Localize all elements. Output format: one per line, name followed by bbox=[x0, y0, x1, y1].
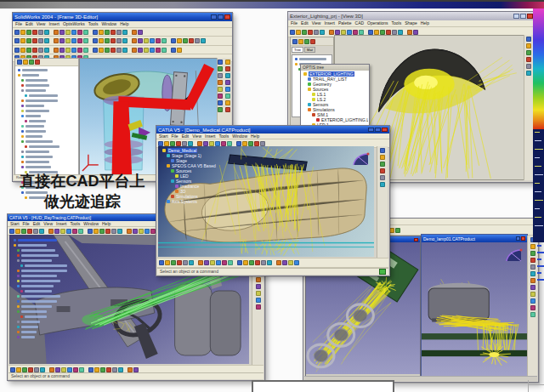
toolbar-icon[interactable] bbox=[156, 38, 161, 43]
toolbar-icon[interactable] bbox=[294, 260, 299, 265]
menu-item[interactable]: Edit bbox=[33, 221, 41, 227]
toolbar-icon[interactable] bbox=[204, 260, 209, 265]
dialog-title[interactable]: OPTIS tree bbox=[301, 65, 369, 71]
menu-item[interactable]: Tools bbox=[392, 20, 402, 26]
toolbar-icon[interactable] bbox=[218, 80, 223, 85]
toolbar-icon[interactable] bbox=[380, 168, 385, 173]
toolbar-icon[interactable] bbox=[225, 60, 230, 65]
toolbar-icon[interactable] bbox=[65, 48, 71, 53]
toolbar-icon[interactable] bbox=[530, 271, 536, 276]
toolbar-icon[interactable] bbox=[304, 39, 309, 44]
toolbar-icon[interactable] bbox=[14, 48, 20, 53]
toolbar-icon[interactable] bbox=[380, 175, 385, 180]
toolbar-icon[interactable] bbox=[395, 228, 400, 233]
toolbar-icon[interactable] bbox=[60, 48, 65, 53]
toolbar-icon[interactable] bbox=[112, 367, 117, 372]
menu-item[interactable]: Window bbox=[83, 221, 99, 227]
toolbar-icon[interactable] bbox=[530, 244, 536, 249]
menu-item[interactable]: Edit bbox=[301, 20, 309, 26]
toolbar-icon[interactable] bbox=[530, 298, 536, 304]
toolbar-icon[interactable] bbox=[122, 38, 128, 43]
toolbar-icon[interactable] bbox=[341, 30, 346, 35]
toolbar-icon[interactable] bbox=[530, 258, 536, 263]
toolbar-icon[interactable] bbox=[65, 38, 71, 43]
toolbar-icon[interactable] bbox=[530, 285, 536, 290]
toolbar-icon[interactable] bbox=[302, 30, 307, 35]
toolbar-icon[interactable] bbox=[216, 260, 221, 265]
toolbar-icon[interactable] bbox=[105, 48, 110, 53]
toolbar-icon[interactable] bbox=[29, 60, 34, 65]
toolbar-icon[interactable] bbox=[144, 229, 150, 234]
toolbar-icon[interactable] bbox=[122, 48, 128, 53]
menu-item[interactable]: Operations bbox=[367, 20, 388, 26]
toolbar-icon[interactable] bbox=[27, 229, 32, 234]
toolbar-icon[interactable] bbox=[165, 260, 170, 265]
toolbar-icon[interactable] bbox=[14, 38, 20, 43]
menu-item[interactable]: Palette bbox=[338, 20, 352, 26]
toolbar-icon[interactable] bbox=[255, 260, 260, 265]
maximize-button[interactable] bbox=[375, 128, 381, 132]
medical-title-bar[interactable]: CATIA V5 - [Demo_Medical.CATProduct] bbox=[156, 126, 389, 134]
toolbar-icon[interactable] bbox=[189, 38, 194, 43]
toolbar-icon[interactable] bbox=[209, 141, 214, 146]
toolbar-icon[interactable] bbox=[197, 141, 202, 146]
menu-item[interactable]: View bbox=[37, 21, 46, 27]
compass-icon[interactable] bbox=[502, 246, 523, 263]
menu-item[interactable]: Tools bbox=[88, 21, 99, 27]
toolbar-icon[interactable] bbox=[530, 251, 536, 256]
toolbar-icon[interactable] bbox=[106, 367, 111, 372]
menu-item[interactable]: Shape bbox=[405, 20, 416, 26]
menu-item[interactable]: Window bbox=[101, 21, 116, 27]
toolbar-icon[interactable] bbox=[138, 30, 143, 35]
toolbar-icon[interactable] bbox=[9, 229, 14, 234]
toolbar-icon[interactable] bbox=[249, 260, 254, 265]
toolbar-icon[interactable] bbox=[77, 38, 82, 43]
toolbar-icon[interactable] bbox=[177, 38, 182, 43]
toolbar-icon[interactable] bbox=[118, 367, 123, 372]
toolbar-icon[interactable] bbox=[44, 48, 49, 53]
toolbar-icon[interactable] bbox=[282, 260, 287, 265]
toolbar-icon[interactable] bbox=[236, 141, 241, 146]
toolbar-icon[interactable] bbox=[116, 48, 122, 53]
minimize-button[interactable] bbox=[513, 14, 519, 19]
toolbar-icon[interactable] bbox=[60, 229, 65, 234]
menu-item[interactable]: Insert bbox=[56, 221, 67, 227]
close-button[interactable] bbox=[224, 14, 230, 20]
toolbar-icon[interactable] bbox=[117, 229, 122, 234]
toolbar-icon[interactable] bbox=[261, 260, 266, 265]
toolbar-icon[interactable] bbox=[256, 277, 261, 282]
toolbar-icon[interactable] bbox=[32, 38, 37, 43]
toolbar-icon[interactable] bbox=[10, 367, 15, 372]
toolbar-icon[interactable] bbox=[88, 367, 94, 372]
toolbar-icon[interactable] bbox=[256, 304, 261, 310]
toolbar-icon[interactable] bbox=[380, 155, 385, 160]
toolbar-icon[interactable] bbox=[359, 30, 364, 35]
toolbar-icon[interactable] bbox=[33, 229, 38, 234]
toolbar-icon[interactable] bbox=[127, 229, 132, 234]
toolbar-icon[interactable] bbox=[218, 73, 223, 78]
toolbar-icon[interactable] bbox=[225, 100, 230, 105]
menu-item[interactable]: Window bbox=[232, 134, 247, 139]
maximize-button[interactable] bbox=[520, 14, 526, 19]
toolbar-icon[interactable] bbox=[380, 182, 385, 187]
toolbar-icon[interactable] bbox=[171, 38, 176, 43]
toolbar-icon[interactable] bbox=[210, 260, 215, 265]
toolbar-icon[interactable] bbox=[150, 48, 155, 53]
toolbar-icon[interactable] bbox=[171, 260, 176, 265]
toolbar-icon[interactable] bbox=[28, 367, 33, 372]
toolbar-icon[interactable] bbox=[60, 38, 65, 43]
toolbar-icon[interactable] bbox=[242, 141, 247, 146]
toolbar-icon[interactable] bbox=[368, 30, 373, 35]
toolbar-icon[interactable] bbox=[144, 38, 149, 43]
toolbar-icon[interactable] bbox=[218, 87, 223, 92]
toolbar-icon[interactable] bbox=[237, 260, 242, 265]
menu-item[interactable]: Tools bbox=[219, 134, 230, 139]
toolbar-icon[interactable] bbox=[44, 30, 49, 35]
toolbar-icon[interactable] bbox=[139, 229, 144, 234]
menu-item[interactable]: Insert bbox=[48, 21, 60, 27]
toolbar-icon[interactable] bbox=[116, 38, 122, 43]
toolbar-icon[interactable] bbox=[14, 30, 20, 35]
toolbar-icon[interactable] bbox=[34, 367, 39, 372]
menu-item[interactable]: Start bbox=[159, 134, 168, 139]
toolbar-icon[interactable] bbox=[177, 48, 182, 53]
